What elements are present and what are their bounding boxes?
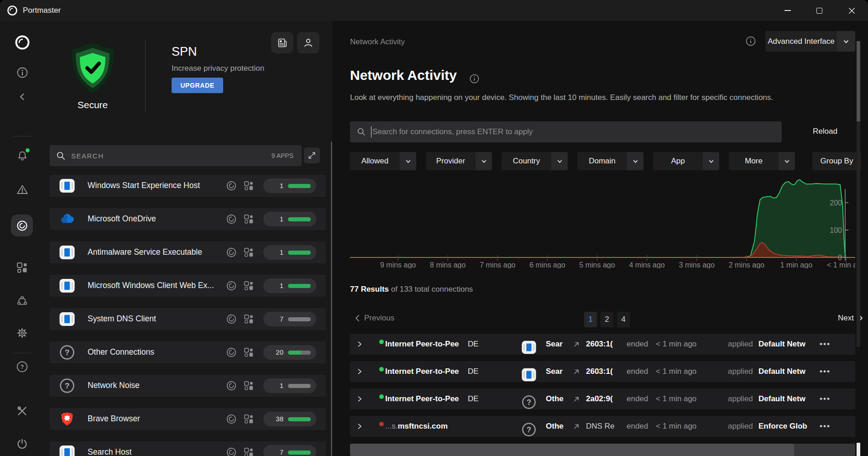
connection-status-dot (379, 422, 384, 426)
app-name: Windows Start Experience Host (88, 181, 200, 190)
filter-label: App (653, 157, 703, 166)
security-shield (65, 41, 120, 98)
filter-dropdown-allowed[interactable]: Allowed (350, 152, 416, 170)
rail-item-collapse[interactable] (0, 86, 44, 108)
filter-dropdown-app[interactable]: App (653, 152, 719, 170)
outbound-arrow-icon (573, 395, 580, 403)
header-divider (145, 39, 146, 111)
rail-item-help[interactable]: ? (0, 356, 44, 377)
connection-bar (288, 251, 311, 255)
connection-row[interactable]: Internet Peer-to-Pee DE Sear 2603:1( end… (350, 361, 855, 382)
connection-search (350, 121, 782, 142)
rail-item-notifications[interactable] (0, 125, 44, 147)
connection-count: 1 (263, 248, 283, 256)
rail-item-notifications[interactable] (0, 146, 44, 168)
row-menu-button[interactable]: ••• (820, 367, 831, 376)
interface-selector[interactable]: Advanced Interface (765, 31, 855, 52)
app-list-item[interactable]: ? Network Noise 1 (50, 375, 326, 397)
connection-target: 2603:1( (586, 340, 613, 349)
expand-row-chevron-icon[interactable] (356, 423, 363, 430)
chevron-down-icon (551, 152, 568, 170)
news-icon (277, 37, 288, 48)
warning-triangle-icon (16, 183, 29, 196)
app-list-item[interactable]: Microsoft Windows Client Web Ex... 1 (50, 275, 326, 297)
app-list-item[interactable]: ? Other Connections 20 (50, 341, 326, 363)
connection-target: DNS Re (586, 422, 614, 431)
sidebar-search-input[interactable] (71, 152, 272, 160)
activity-chart: 20010009 mins ago8 mins ago7 mins ago6 m… (350, 179, 855, 268)
expand-row-chevron-icon[interactable] (356, 396, 363, 402)
previous-page-button[interactable]: Previous (355, 314, 394, 323)
connection-search-input[interactable] (372, 127, 782, 136)
app-list-item[interactable]: Microsoft OneDrive 1 (50, 208, 326, 230)
spn-status-icon (225, 413, 237, 425)
connection-name-main: Internet Peer-to-Pee (385, 367, 459, 376)
svg-text:3 mins ago: 3 mins ago (679, 261, 715, 268)
app-title: Portmaster (23, 6, 61, 15)
filter-dropdown-domain[interactable]: Domain (577, 152, 643, 170)
account-button[interactable] (297, 32, 319, 53)
rail-item-tools[interactable] (0, 400, 44, 422)
connection-bar (288, 451, 311, 455)
titlebar: Portmaster (0, 0, 868, 21)
app-list-item[interactable]: Windows Start Experience Host 1 (50, 175, 326, 197)
connection-bar (288, 351, 311, 355)
connection-row[interactable]: ...s.msftncsi.com ? Othe DNS Re ended < … (350, 416, 855, 437)
rail-item-shutdown[interactable] (0, 433, 44, 455)
connection-count: 1 (263, 382, 283, 389)
row-menu-button[interactable]: ••• (820, 394, 831, 404)
rail-item-apps[interactable] (0, 257, 44, 278)
app-list-item[interactable]: Search Host 7 (50, 441, 326, 456)
app-list-item[interactable]: System DNS Client 7 (50, 308, 326, 330)
upgrade-button[interactable]: UPGRADE (172, 78, 223, 93)
page-button-4[interactable]: 4 (617, 312, 630, 327)
app-list-item[interactable]: Antimalware Service Executable 1 (50, 241, 326, 263)
expand-app-list-button[interactable] (304, 147, 320, 163)
news-button[interactable] (271, 32, 293, 53)
page-button-2[interactable]: 2 (601, 312, 613, 327)
page-buttons: 124 (584, 312, 630, 327)
row-menu-button[interactable]: ••• (820, 340, 831, 349)
connection-name-main: Internet Peer-to-Pee (385, 394, 459, 403)
maximize-button[interactable] (803, 0, 835, 21)
interface-selector-label: Advanced Interface (765, 37, 837, 46)
rail-divider (13, 353, 31, 353)
expand-row-chevron-icon[interactable] (356, 368, 363, 375)
filter-label: Provider (426, 157, 476, 166)
tools-icon (16, 405, 28, 417)
connection-bar (288, 417, 311, 421)
expand-row-chevron-icon[interactable] (356, 341, 363, 347)
app-icon (59, 278, 75, 294)
group-by-button[interactable]: Group By (812, 152, 861, 170)
vertical-scrollbar-thumb[interactable] (857, 41, 860, 121)
page-button-1[interactable]: 1 (584, 312, 597, 327)
row-menu-button[interactable]: ••• (820, 422, 831, 431)
info-icon (16, 67, 28, 79)
rail-item-settings[interactable] (0, 322, 44, 344)
app-list-item[interactable]: Brave Browser 38 (50, 408, 326, 430)
minimize-button[interactable] (772, 0, 804, 21)
reload-button[interactable]: Reload (813, 127, 837, 136)
filter-dropdown-country[interactable]: Country (502, 152, 568, 170)
spn-status-icon (225, 180, 237, 192)
horizontal-scrollbar-thumb[interactable] (350, 444, 794, 456)
connection-count: 1 (263, 182, 283, 189)
rail-item-spn-community[interactable] (0, 290, 44, 312)
connection-verdict: applied (728, 422, 753, 431)
close-button[interactable] (836, 0, 868, 21)
connection-name-prefix: ...s. (385, 422, 397, 430)
spn-status-icon (225, 380, 237, 392)
rail-item-logo[interactable] (0, 31, 44, 53)
connection-row[interactable]: Internet Peer-to-Pee DE Sear 2603:1( end… (350, 334, 855, 355)
spn-status-icon (225, 446, 237, 456)
connection-row[interactable]: Internet Peer-to-Pee DE ? Othe 2a02:9( e… (350, 388, 855, 409)
rail-item-network-activity[interactable] (0, 215, 44, 236)
rail-item-info[interactable] (0, 62, 44, 84)
title-info-icon[interactable] (469, 73, 480, 84)
rail-item-alerts[interactable] (0, 179, 44, 201)
apps-count-label: 9 APPS (272, 152, 293, 159)
filter-dropdown-provider[interactable]: Provider (426, 152, 492, 170)
page-info-icon[interactable] (745, 36, 756, 47)
filter-dropdown-more[interactable]: More (729, 152, 795, 170)
portmaster-rail-logo-icon (14, 34, 31, 51)
